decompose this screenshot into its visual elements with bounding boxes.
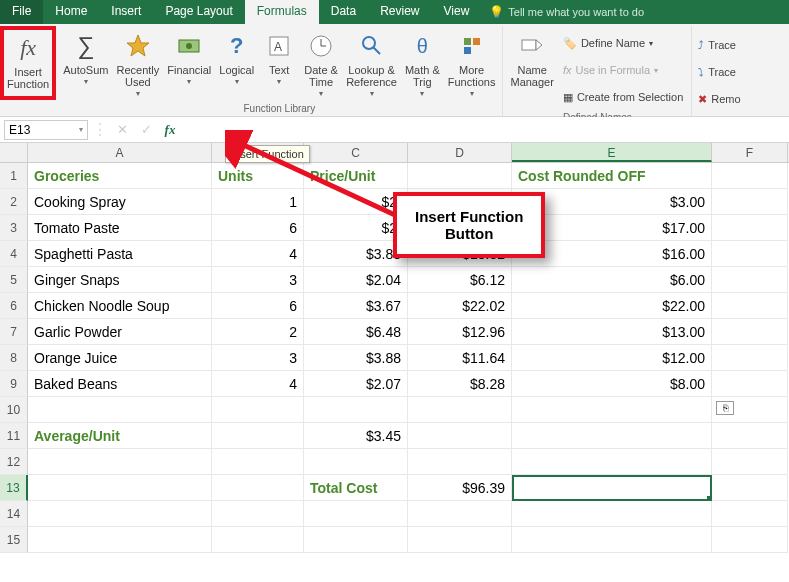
cell[interactable] bbox=[408, 501, 512, 527]
cell[interactable]: Groceries bbox=[28, 163, 212, 189]
cell[interactable]: 3 bbox=[212, 345, 304, 371]
cell[interactable] bbox=[408, 163, 512, 189]
cell[interactable]: Spaghetti Pasta bbox=[28, 241, 212, 267]
cell[interactable] bbox=[304, 449, 408, 475]
cell[interactable] bbox=[712, 293, 788, 319]
cell[interactable] bbox=[28, 501, 212, 527]
logical-button[interactable]: ? Logical ▾ bbox=[216, 28, 257, 100]
row-header[interactable]: 7 bbox=[0, 319, 28, 345]
lookup-reference-button[interactable]: Lookup & Reference ▾ bbox=[343, 28, 400, 100]
cell[interactable] bbox=[212, 423, 304, 449]
define-name-button[interactable]: 🏷️ Define Name ▾ bbox=[559, 30, 687, 56]
cell[interactable]: 1 bbox=[212, 189, 304, 215]
cell[interactable] bbox=[28, 449, 212, 475]
text-button[interactable]: A Text ▾ bbox=[259, 28, 299, 100]
row-header[interactable]: 1 bbox=[0, 163, 28, 189]
remove-arrows-button[interactable]: ✖Remo bbox=[696, 86, 742, 112]
name-box[interactable]: E13 ▾ bbox=[4, 120, 88, 140]
cell[interactable]: $2.04 bbox=[304, 267, 408, 293]
cell[interactable]: Average/Unit bbox=[28, 423, 212, 449]
cell[interactable]: $8.28 bbox=[408, 371, 512, 397]
cell[interactable]: 6 bbox=[212, 215, 304, 241]
cell[interactable] bbox=[212, 527, 304, 553]
math-trig-button[interactable]: θ Math & Trig ▾ bbox=[402, 28, 443, 100]
cell[interactable] bbox=[28, 527, 212, 553]
cell[interactable]: 4 bbox=[212, 371, 304, 397]
cell[interactable] bbox=[28, 397, 212, 423]
tab-home[interactable]: Home bbox=[43, 0, 99, 24]
cell[interactable] bbox=[712, 267, 788, 293]
cell[interactable]: Cost Rounded OFF bbox=[512, 163, 712, 189]
row-header[interactable]: 4 bbox=[0, 241, 28, 267]
cell[interactable]: $2.07 bbox=[304, 371, 408, 397]
row-header[interactable]: 10 bbox=[0, 397, 28, 423]
cell[interactable] bbox=[712, 527, 788, 553]
row-header[interactable]: 11 bbox=[0, 423, 28, 449]
row-header[interactable]: 5 bbox=[0, 267, 28, 293]
cell[interactable] bbox=[28, 475, 212, 501]
cell[interactable]: Ginger Snaps bbox=[28, 267, 212, 293]
cell[interactable] bbox=[212, 501, 304, 527]
cell[interactable] bbox=[712, 423, 788, 449]
cell[interactable]: $6.48 bbox=[304, 319, 408, 345]
tab-file[interactable]: File bbox=[0, 0, 43, 24]
cell[interactable] bbox=[712, 345, 788, 371]
formula-input[interactable] bbox=[184, 120, 785, 140]
cell[interactable] bbox=[512, 527, 712, 553]
create-from-selection-button[interactable]: ▦ Create from Selection bbox=[559, 84, 687, 110]
cell[interactable] bbox=[212, 397, 304, 423]
name-manager-button[interactable]: Name Manager bbox=[507, 28, 556, 110]
cell[interactable] bbox=[512, 501, 712, 527]
more-functions-button[interactable]: More Functions ▾ bbox=[445, 28, 499, 100]
cell[interactable]: $13.00 bbox=[512, 319, 712, 345]
row-header[interactable]: 15 bbox=[0, 527, 28, 553]
cell[interactable] bbox=[712, 475, 788, 501]
cell[interactable] bbox=[512, 423, 712, 449]
cell[interactable]: Orange Juice bbox=[28, 345, 212, 371]
cell[interactable] bbox=[212, 449, 304, 475]
cell[interactable]: $3.67 bbox=[304, 293, 408, 319]
cell[interactable]: 4 bbox=[212, 241, 304, 267]
trace-dependents-button[interactable]: ⤵Trace bbox=[696, 59, 742, 85]
smart-tag-icon[interactable]: ⎘ bbox=[716, 401, 734, 415]
cell[interactable]: Total Cost bbox=[304, 475, 408, 501]
cell[interactable]: $6.12 bbox=[408, 267, 512, 293]
cell[interactable]: Garlic Powder bbox=[28, 319, 212, 345]
cell[interactable] bbox=[712, 501, 788, 527]
tab-view[interactable]: View bbox=[432, 0, 482, 24]
cell[interactable]: $3.45 bbox=[304, 423, 408, 449]
cell[interactable]: $12.96 bbox=[408, 319, 512, 345]
cell[interactable] bbox=[304, 527, 408, 553]
cell[interactable] bbox=[712, 215, 788, 241]
col-header-A[interactable]: A bbox=[28, 143, 212, 162]
cell[interactable]: $22.02 bbox=[408, 293, 512, 319]
cell[interactable]: $6.00 bbox=[512, 267, 712, 293]
cell[interactable]: $8.00 bbox=[512, 371, 712, 397]
cell[interactable] bbox=[712, 241, 788, 267]
cell[interactable] bbox=[304, 397, 408, 423]
cell[interactable]: 2 bbox=[212, 319, 304, 345]
row-header[interactable]: 13 bbox=[0, 475, 28, 501]
cell[interactable]: Tomato Paste bbox=[28, 215, 212, 241]
col-header-E[interactable]: E bbox=[512, 143, 712, 162]
row-header[interactable]: 9 bbox=[0, 371, 28, 397]
trace-precedents-button[interactable]: ⤴Trace bbox=[696, 32, 742, 58]
cell[interactable]: $11.64 bbox=[408, 345, 512, 371]
cell[interactable]: $3.88 bbox=[304, 345, 408, 371]
cell[interactable] bbox=[408, 397, 512, 423]
tell-me-search[interactable]: 💡 Tell me what you want to do bbox=[481, 0, 644, 24]
col-header-D[interactable]: D bbox=[408, 143, 512, 162]
cell[interactable]: 3 bbox=[212, 267, 304, 293]
cell[interactable]: $12.00 bbox=[512, 345, 712, 371]
tab-data[interactable]: Data bbox=[319, 0, 368, 24]
cell[interactable]: Price/Unit bbox=[304, 163, 408, 189]
cell[interactable] bbox=[512, 449, 712, 475]
cell[interactable] bbox=[408, 423, 512, 449]
cell[interactable] bbox=[304, 501, 408, 527]
row-header[interactable]: 8 bbox=[0, 345, 28, 371]
cell[interactable]: 6 bbox=[212, 293, 304, 319]
cell[interactable]: Baked Beans bbox=[28, 371, 212, 397]
select-all-corner[interactable] bbox=[0, 143, 28, 162]
col-header-F[interactable]: F bbox=[712, 143, 788, 162]
financial-button[interactable]: Financial ▾ bbox=[164, 28, 214, 100]
